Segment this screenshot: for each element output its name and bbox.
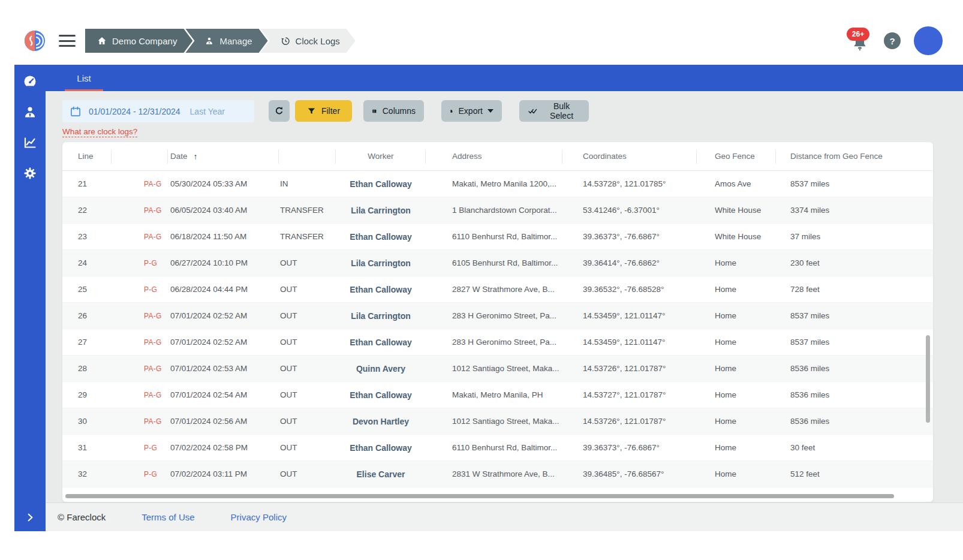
header-coordinates[interactable]: Coordinates (562, 152, 697, 161)
table-row[interactable]: 24 P-G 06/27/2024 10:10 PM OUT Lila Carr… (62, 250, 933, 276)
notifications-button[interactable]: 26+ (850, 30, 871, 52)
sidebar-item-reports[interactable] (23, 136, 37, 150)
breadcrumb-manage[interactable]: Manage (185, 29, 267, 53)
bulk-select-button[interactable]: Bulk Select (519, 100, 589, 122)
caret-down-icon (487, 109, 493, 113)
header-geo-fence[interactable]: Geo Fence (697, 152, 776, 161)
cell-coordinates: 14.53726°, 121.01787° (562, 417, 697, 426)
table-row[interactable]: 31 P-G 07/02/2024 02:58 PM OUT Ethan Cal… (62, 435, 933, 461)
help-label: ? (889, 36, 895, 46)
sidebar-item-dashboard[interactable] (23, 74, 37, 89)
cell-line: 22 (62, 206, 112, 215)
cell-distance: 8536 miles (776, 390, 933, 399)
cell-date: 07/01/2024 02:56 AM (168, 417, 279, 426)
table-row[interactable]: 21 PA-G 05/30/2024 05:33 AM IN Ethan Cal… (62, 171, 933, 197)
home-icon (97, 36, 107, 46)
columns-button[interactable]: Columns (363, 100, 424, 122)
cell-geo-fence: Home (697, 338, 776, 347)
columns-label: Columns (383, 106, 416, 116)
cell-direction: TRANSFER (279, 232, 336, 241)
cell-distance: 8537 miles (776, 179, 933, 188)
cell-address: 1012 Santiago Street, Maka... (426, 364, 562, 373)
filter-button[interactable]: Filter (295, 100, 352, 122)
cell-date: 06/28/2024 04:44 PM (168, 285, 279, 294)
cell-line: 27 (62, 338, 112, 347)
terms-of-use-link[interactable]: Terms of Use (142, 512, 194, 522)
cell-direction: OUT (279, 338, 336, 347)
cell-line: 23 (62, 232, 112, 241)
table-row[interactable]: 22 PA-G 06/05/2024 03:40 AM TRANSFER Lil… (62, 197, 933, 224)
sidebar-expand-button[interactable] (14, 512, 46, 523)
cell-worker: Ethan Calloway (336, 338, 426, 347)
export-button[interactable]: Export (441, 100, 502, 122)
cell-direction: OUT (279, 364, 336, 373)
cell-date: 06/27/2024 10:10 PM (168, 258, 279, 267)
double-check-icon (528, 106, 537, 116)
cell-geo-fence: White House (697, 206, 776, 215)
main-content: 01/01/2024 - 12/31/2024 Last Year What a… (46, 91, 963, 502)
cell-date: 07/01/2024 02:52 AM (168, 311, 279, 320)
table-row[interactable]: 23 PA-G 06/18/2024 11:50 AM TRANSFER Eth… (62, 224, 933, 250)
cell-coordinates: 39.36373°, -76.6867° (562, 443, 697, 452)
table-row[interactable]: 30 PA-G 07/01/2024 02:56 AM OUT Devon Ha… (62, 408, 933, 435)
cell-direction: OUT (279, 390, 336, 399)
header-date[interactable]: Date ↑ (168, 152, 279, 161)
fareclock-logo[interactable] (23, 29, 47, 53)
cell-type: PA-G (112, 391, 168, 399)
header-distance[interactable]: Distance from Geo Fence (776, 152, 933, 161)
vertical-scrollbar[interactable] (926, 335, 930, 423)
bulk-select-label: Bulk Select (543, 101, 580, 121)
breadcrumb-demo-company[interactable]: Demo Company (85, 29, 192, 53)
table-row[interactable]: 26 PA-G 07/01/2024 02:52 AM OUT Lila Car… (62, 303, 933, 329)
header-worker[interactable]: Worker (336, 152, 426, 161)
cell-direction: OUT (279, 443, 336, 452)
clock-logs-table: Line Date ↑ Worker Address Coordinates G… (62, 142, 933, 502)
cell-worker: Ethan Calloway (336, 285, 426, 294)
date-range-picker[interactable]: 01/01/2024 - 12/31/2024 Last Year (62, 100, 254, 122)
cell-line: 25 (62, 285, 112, 294)
table-row[interactable]: 29 PA-G 07/01/2024 02:54 AM OUT Ethan Ca… (62, 382, 933, 408)
sidebar-item-workers[interactable] (23, 105, 37, 119)
history-icon (280, 36, 290, 46)
cell-address: 6110 Benhurst Rd, Baltimor... (426, 232, 562, 241)
cell-geo-fence: Home (697, 285, 776, 294)
app-root: Demo Company Manage Clock Logs 26+ (0, 0, 963, 560)
horizontal-scrollbar[interactable] (65, 494, 894, 498)
cell-direction: OUT (279, 258, 336, 267)
cell-coordinates: 14.53728°, 121.01785° (562, 179, 697, 188)
cell-address: Makati, Metro Manila, PH (426, 390, 562, 399)
refresh-button[interactable] (269, 100, 290, 122)
filter-icon (307, 107, 316, 116)
cell-date: 07/01/2024 02:52 AM (168, 338, 279, 347)
cell-address: 283 H Geronimo Street, Pa... (426, 338, 562, 347)
avatar[interactable] (914, 26, 943, 55)
menu-bar (59, 45, 76, 47)
help-button[interactable]: ? (884, 32, 901, 49)
tab-list[interactable]: List (65, 65, 103, 91)
cell-line: 28 (62, 364, 112, 373)
cell-worker: Lila Carrington (336, 206, 426, 215)
header-address[interactable]: Address (426, 152, 562, 161)
what-are-clock-logs-link[interactable]: What are clock logs? (62, 127, 137, 137)
copyright-text: © Fareclock (58, 512, 106, 522)
header-line[interactable]: Line (62, 152, 112, 161)
cell-date: 07/01/2024 02:54 AM (168, 390, 279, 399)
cell-worker: Elise Carver (336, 469, 426, 479)
cell-distance: 8536 miles (776, 364, 933, 373)
table-header-row: Line Date ↑ Worker Address Coordinates G… (62, 142, 933, 171)
table-row[interactable]: 25 P-G 06/28/2024 04:44 PM OUT Ethan Cal… (62, 276, 933, 303)
cell-date: 07/02/2024 03:11 PM (168, 469, 279, 478)
menu-button[interactable] (59, 35, 76, 47)
table-row[interactable]: 28 PA-G 07/01/2024 02:53 AM OUT Quinn Av… (62, 356, 933, 382)
cell-distance: 512 feet (776, 469, 933, 478)
table-row[interactable]: 32 P-G 07/02/2024 03:11 PM OUT Elise Car… (62, 461, 933, 487)
privacy-policy-link[interactable]: Privacy Policy (231, 512, 287, 522)
cell-address: 1 Blanchardstown Corporat... (426, 206, 562, 215)
cell-geo-fence: White House (697, 232, 776, 241)
table-row[interactable]: 27 PA-G 07/01/2024 02:52 AM OUT Ethan Ca… (62, 329, 933, 356)
cell-worker: Ethan Calloway (336, 179, 426, 189)
sidebar-item-settings[interactable] (23, 166, 37, 180)
chevron-right-icon (25, 512, 35, 523)
breadcrumb-clock-logs[interactable]: Clock Logs (261, 29, 356, 53)
date-range-preset: Last Year (190, 107, 225, 116)
